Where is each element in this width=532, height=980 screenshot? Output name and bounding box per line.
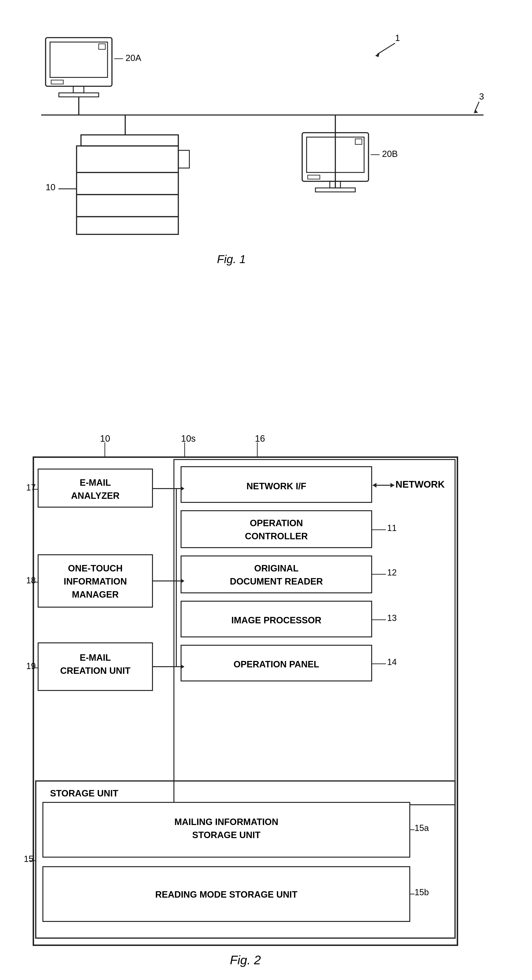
svg-text:1: 1 xyxy=(395,33,400,43)
svg-text:15a: 15a xyxy=(414,823,429,833)
svg-text:NETWORK: NETWORK xyxy=(395,479,445,490)
svg-text:19: 19 xyxy=(26,661,36,671)
svg-text:INFORMATION: INFORMATION xyxy=(64,576,127,586)
svg-text:CREATION UNIT: CREATION UNIT xyxy=(60,666,131,676)
svg-text:CONTROLLER: CONTROLLER xyxy=(245,531,308,541)
svg-rect-18 xyxy=(76,172,178,194)
svg-line-10 xyxy=(377,43,395,54)
svg-text:11: 11 xyxy=(387,523,397,533)
svg-text:READING MODE STORAGE UNIT: READING MODE STORAGE UNIT xyxy=(155,889,298,899)
svg-rect-26 xyxy=(355,139,362,144)
svg-text:OPERATION: OPERATION xyxy=(250,518,303,528)
svg-rect-6 xyxy=(59,93,99,97)
svg-text:12: 12 xyxy=(387,568,397,578)
svg-text:IMAGE PROCESSOR: IMAGE PROCESSOR xyxy=(231,615,322,625)
svg-text:10s: 10s xyxy=(181,434,196,444)
svg-text:10: 10 xyxy=(46,182,55,192)
svg-text:E-MAIL: E-MAIL xyxy=(80,477,111,488)
svg-text:ORIGINAL: ORIGINAL xyxy=(254,563,298,573)
svg-text:MAILING INFORMATION: MAILING INFORMATION xyxy=(174,817,278,827)
svg-rect-1 xyxy=(46,38,112,86)
svg-marker-14 xyxy=(474,110,478,113)
svg-rect-68 xyxy=(181,556,372,593)
svg-rect-41 xyxy=(38,469,153,507)
fig2-container: 10 10s 16 E-MAIL ANALYZER 17 ONE-TOUCH xyxy=(19,429,519,977)
svg-rect-5 xyxy=(73,86,84,93)
svg-text:DOCUMENT READER: DOCUMENT READER xyxy=(230,576,323,586)
svg-rect-29 xyxy=(315,188,355,192)
svg-text:18: 18 xyxy=(26,576,36,585)
svg-text:13: 13 xyxy=(387,613,397,623)
svg-rect-15 xyxy=(81,135,178,146)
svg-text:Fig. 2: Fig. 2 xyxy=(230,953,261,967)
page: — 20A 1 3 10 xyxy=(0,0,532,980)
svg-text:E-MAIL: E-MAIL xyxy=(80,652,111,663)
svg-rect-19 xyxy=(76,194,178,217)
svg-text:15b: 15b xyxy=(414,888,429,897)
svg-text:OPERATION PANEL: OPERATION PANEL xyxy=(234,659,319,669)
svg-text:14: 14 xyxy=(387,657,397,667)
svg-text:16: 16 xyxy=(255,434,265,444)
svg-text:STORAGE UNIT: STORAGE UNIT xyxy=(50,788,118,798)
svg-rect-3 xyxy=(99,44,105,49)
svg-text:ANALYZER: ANALYZER xyxy=(71,491,119,501)
svg-text:3: 3 xyxy=(479,91,484,102)
svg-marker-11 xyxy=(375,52,380,57)
svg-text:ONE-TOUCH: ONE-TOUCH xyxy=(68,563,123,573)
svg-text:MANAGER: MANAGER xyxy=(72,590,119,600)
svg-text:10: 10 xyxy=(100,434,110,444)
svg-text:— 20B: — 20B xyxy=(371,149,398,159)
svg-text:— 20A: — 20A xyxy=(114,53,141,63)
svg-rect-16 xyxy=(76,146,178,172)
svg-rect-63 xyxy=(181,511,372,547)
svg-marker-61 xyxy=(373,483,376,488)
svg-text:15: 15 xyxy=(24,854,33,864)
svg-rect-4 xyxy=(51,80,64,84)
svg-line-13 xyxy=(475,102,479,112)
svg-marker-62 xyxy=(390,483,394,488)
fig1-container: — 20A 1 3 10 xyxy=(19,14,513,419)
svg-rect-27 xyxy=(307,175,320,179)
svg-rect-20 xyxy=(76,217,178,234)
svg-rect-17 xyxy=(178,150,189,168)
svg-text:NETWORK I/F: NETWORK I/F xyxy=(246,481,306,491)
svg-text:STORAGE UNIT: STORAGE UNIT xyxy=(192,830,260,840)
svg-text:Fig. 1: Fig. 1 xyxy=(217,253,246,266)
svg-rect-92 xyxy=(43,802,410,857)
svg-text:17: 17 xyxy=(26,483,36,492)
